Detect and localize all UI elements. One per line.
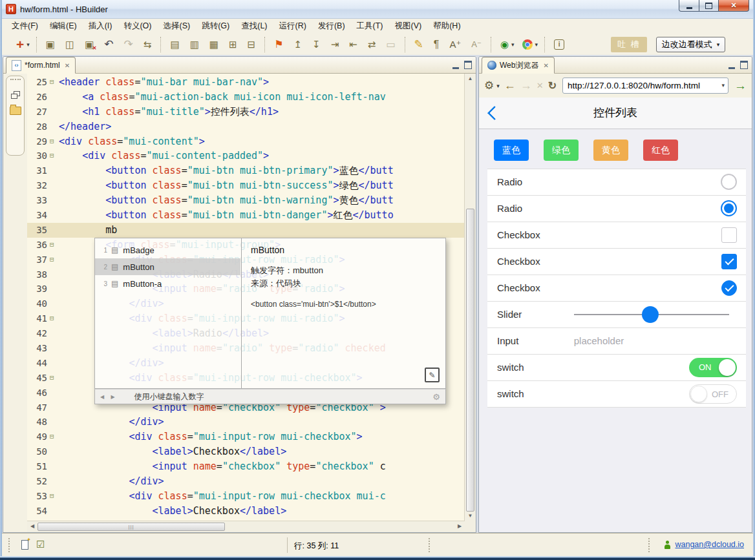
code-line-30[interactable]: 30⊟ <div class="mui-content-padded"> — [27, 149, 465, 163]
panel-minimize-icon[interactable] — [452, 61, 459, 69]
code-line-28[interactable]: 28</header> — [27, 119, 465, 134]
autocomplete-item[interactable]: 2▤mButton — [95, 258, 240, 275]
menu-item-e[interactable]: 编辑(E) — [44, 19, 83, 34]
export-doc-icon[interactable]: ↧ — [312, 39, 321, 49]
autocomplete-item[interactable]: 1▤mBadge — [95, 242, 240, 258]
undo-icon[interactable]: ↶ — [104, 39, 113, 50]
menu-item-b[interactable]: 发行(B) — [312, 19, 351, 34]
project-explorer-icon[interactable] — [10, 107, 21, 115]
indent-right-icon[interactable]: ⇥ — [331, 39, 339, 49]
font-decrease-button[interactable]: A⁻ — [471, 40, 482, 48]
fold-marker-icon[interactable]: ⊟ — [50, 149, 59, 163]
code-line-48[interactable]: 48 </div> — [27, 415, 465, 430]
yellow-button[interactable]: 黄色 — [593, 140, 628, 161]
code-line-54[interactable]: 54 <label>Checkbox</label> — [27, 504, 465, 519]
code-line-49[interactable]: 49⊟ <div class="mui-input-row mui-checkb… — [27, 430, 465, 444]
text-input[interactable]: placeholder — [574, 335, 624, 346]
drag-grip[interactable] — [10, 79, 21, 83]
chrome-browser-icon[interactable] — [522, 39, 533, 50]
highlight-pen-icon[interactable]: ✎ — [414, 39, 423, 50]
code-line-25[interactable]: 25⊟<header class="mui-bar mui-bar-nav"> — [27, 75, 465, 90]
popup-gear-icon[interactable]: ⚙ — [432, 392, 440, 402]
fold-marker-icon[interactable]: ⊟ — [50, 489, 59, 504]
menu-item-l[interactable]: 查找(L) — [235, 19, 273, 34]
switch-doc-icon[interactable]: ⇄ — [368, 39, 376, 49]
code-line-50[interactable]: 50 <label>Checkbox</label> — [27, 444, 465, 459]
fold-marker-icon[interactable]: ⊟ — [50, 134, 59, 149]
green-button[interactable]: 绿色 — [544, 140, 579, 161]
paragraph-mark-icon[interactable]: ¶ — [434, 39, 440, 50]
tab-form-html[interactable]: ‹› *form.html ✕ — [6, 57, 76, 74]
stop-button[interactable]: ✕ — [537, 81, 544, 90]
fold-marker-icon[interactable]: ⊟ — [50, 430, 59, 444]
vertical-scrollbar[interactable]: ▲ ▼ — [464, 74, 476, 521]
new-file-button[interactable]: + — [16, 37, 24, 51]
debug-run-icon[interactable]: ◉ — [500, 39, 509, 49]
back-button[interactable]: ← — [504, 79, 516, 92]
collapse-line-icon[interactable]: ⊟ — [248, 39, 256, 49]
user-account-link[interactable]: wangan@dcloud.io — [675, 540, 744, 549]
code-line-34[interactable]: 34 <button class="mui-btn mui-btn-danger… — [27, 208, 465, 223]
code-line-27[interactable]: 27 <h1 class="mui-title">控件列表</h1> — [27, 105, 465, 119]
code-line-32[interactable]: 32 <button class="mui-btn mui-btn-succes… — [27, 178, 465, 193]
checkbox-circle-checked[interactable] — [721, 280, 737, 296]
menu-item-g[interactable]: 跳转(G) — [196, 19, 235, 34]
panel-minimize-icon[interactable] — [728, 61, 735, 69]
settings-dropdown-icon[interactable]: ▾ — [496, 83, 500, 89]
code-line-26[interactable]: 26 <a class="mui-action-back mui-icon mu… — [27, 90, 465, 105]
scroll-down-icon[interactable]: ▼ — [465, 512, 476, 521]
import-doc-icon[interactable]: ↥ — [294, 39, 303, 49]
close-button[interactable]: ✕ — [718, 0, 749, 12]
slider-thumb[interactable] — [642, 306, 659, 323]
code-line-29[interactable]: 29⊟<div class="mui-content"> — [27, 134, 465, 149]
revert-icon[interactable]: ▣✕ — [85, 39, 94, 49]
tab-web-browser[interactable]: Web浏览器 ✕ — [482, 57, 555, 74]
browser-settings-gear-icon[interactable]: ⚙ — [484, 79, 494, 92]
blue-button[interactable]: 蓝色 — [494, 140, 529, 161]
fold-marker-icon[interactable]: ⊟ — [50, 238, 59, 253]
font-increase-button[interactable]: A⁺ — [449, 39, 461, 49]
edit-snippet-icon[interactable]: ✎ — [425, 368, 440, 382]
slider-control[interactable] — [574, 306, 729, 323]
panel-maximize-icon[interactable] — [464, 61, 472, 69]
menu-item-o[interactable]: 转义(O) — [118, 19, 157, 34]
code-line-35[interactable]: 35 mb — [27, 223, 465, 238]
scroll-right-icon[interactable]: ▶ — [455, 521, 464, 532]
new-snippet-icon[interactable] — [21, 540, 28, 550]
code-line-51[interactable]: 51 <input name="checkbox" type="checkbox… — [27, 459, 465, 474]
fold-marker-icon[interactable]: ⊟ — [50, 75, 59, 90]
save-all-icon[interactable]: ◫ — [65, 39, 74, 49]
panel-maximize-icon[interactable] — [740, 61, 748, 69]
go-button[interactable]: → — [734, 79, 747, 93]
page-prev-next-icons[interactable]: ◀ ▶ — [100, 394, 118, 400]
switch-knob[interactable] — [690, 386, 707, 402]
radio-unchecked[interactable] — [721, 174, 737, 190]
tab-close-icon[interactable]: ✕ — [65, 62, 70, 69]
horizontal-scrollbar[interactable]: ◀ ||| ▶ — [27, 521, 465, 532]
scroll-left-icon[interactable]: ◀ — [28, 521, 37, 532]
menu-item-f[interactable]: 文件(F) — [6, 19, 44, 34]
fold-marker-icon[interactable]: ⊟ — [50, 371, 59, 386]
fold-marker-icon[interactable]: ⊟ — [50, 253, 59, 267]
tucao-button[interactable]: 吐 槽 — [611, 37, 647, 52]
checkbox-checked[interactable] — [721, 254, 737, 269]
feedback-info-icon[interactable]: i — [554, 39, 564, 50]
menu-item-t[interactable]: 工具(T) — [351, 19, 389, 34]
browser-dropdown-icon[interactable]: ▾ — [535, 41, 538, 48]
wrap-block-icon[interactable]: ▦ — [209, 39, 218, 49]
menu-item-h[interactable]: 帮助(H) — [427, 19, 466, 34]
switch-knob[interactable] — [719, 359, 736, 376]
save-icon[interactable]: ▣ — [46, 39, 55, 49]
debug-dropdown-icon[interactable]: ▾ — [511, 41, 515, 48]
reformat-icon[interactable]: ⇆ — [144, 39, 152, 49]
code-line-31[interactable]: 31 <button class="mui-btn mui-btn-primar… — [27, 163, 465, 178]
radio-checked[interactable] — [721, 200, 737, 216]
tab-close-icon[interactable]: ✕ — [543, 62, 548, 69]
url-dropdown-icon[interactable]: ▾ — [721, 82, 725, 88]
restore-view-icon[interactable] — [11, 91, 20, 99]
new-file-dropdown-icon[interactable]: ▾ — [27, 41, 30, 48]
bookmark-icon[interactable]: ⚑ — [274, 39, 283, 50]
menu-item-v[interactable]: 视图(V) — [389, 19, 428, 34]
code-line-53[interactable]: 53⊟ <div class="mui-input-row mui-checkb… — [27, 489, 465, 504]
url-input[interactable] — [562, 78, 728, 94]
